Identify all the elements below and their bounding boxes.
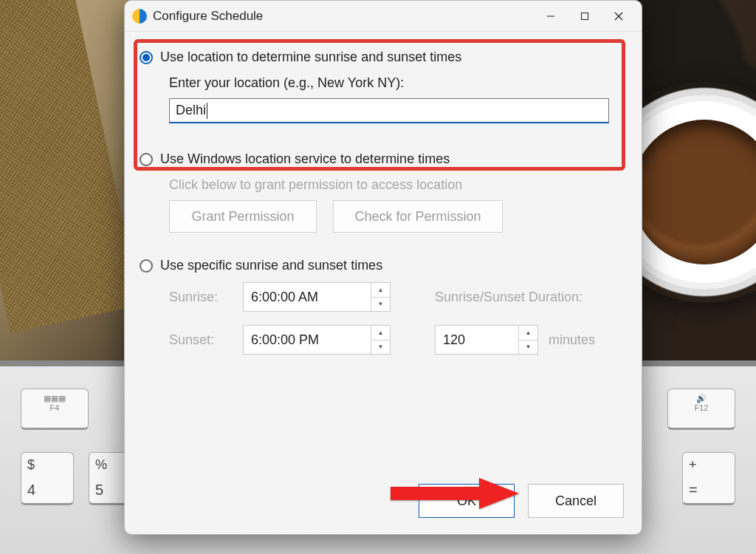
text-caret xyxy=(207,103,207,119)
location-input-value: Delhi xyxy=(176,103,206,118)
duration-label: Sunrise/Sunset Duration: xyxy=(435,290,612,305)
minimize-button[interactable] xyxy=(534,1,568,31)
titlebar[interactable]: Configure Schedule xyxy=(125,1,642,32)
close-button[interactable] xyxy=(602,1,636,31)
location-prompt: Enter your location (e.g., New York NY): xyxy=(169,75,619,91)
location-input[interactable]: Delhi xyxy=(169,98,609,123)
chevron-up-icon[interactable]: ▲ xyxy=(519,326,537,341)
chevron-down-icon[interactable]: ▼ xyxy=(371,298,390,312)
radio-use-location[interactable] xyxy=(140,51,153,64)
maximize-button[interactable] xyxy=(568,1,602,31)
app-icon xyxy=(132,9,147,24)
option-use-location-label: Use location to determine sunrise and su… xyxy=(160,49,461,65)
chevron-down-icon[interactable]: ▼ xyxy=(519,341,537,355)
sunset-spinner[interactable]: ▲▼ xyxy=(371,326,390,354)
radio-specific-times[interactable] xyxy=(140,259,153,273)
key-f4: ▦▦▦ F4 xyxy=(21,389,89,430)
key-equals: + = xyxy=(682,452,735,505)
sunrise-label: Sunrise: xyxy=(169,290,243,305)
sunset-time-input[interactable]: 6:00:00 PM ▲▼ xyxy=(243,325,391,355)
option-use-location: Use location to determine sunrise and su… xyxy=(140,44,625,131)
sunrise-spinner[interactable]: ▲▼ xyxy=(371,283,390,311)
sunrise-time-input[interactable]: 6:00:00 AM ▲▼ xyxy=(243,282,391,312)
sunset-label: Sunset: xyxy=(169,332,243,348)
option-windows-location-label: Use Windows location service to determin… xyxy=(160,151,450,167)
duration-spinner[interactable]: ▲▼ xyxy=(518,326,537,354)
duration-value: 120 xyxy=(436,332,518,348)
configure-schedule-dialog: Configure Schedule Use location to deter… xyxy=(124,0,642,535)
chevron-down-icon[interactable]: ▼ xyxy=(371,341,390,355)
key-4: $ 4 xyxy=(21,452,74,505)
duration-input[interactable]: 120 ▲▼ xyxy=(435,325,538,355)
option-specific-times: Use specific sunrise and sunset times Su… xyxy=(140,258,625,355)
chevron-up-icon[interactable]: ▲ xyxy=(371,326,390,341)
cancel-button[interactable]: Cancel xyxy=(528,484,624,518)
chevron-up-icon[interactable]: ▲ xyxy=(371,283,390,298)
sunrise-time-value: 6:00:00 AM xyxy=(244,290,371,305)
duration-unit: minutes xyxy=(549,332,595,348)
option-windows-location: Use Windows location service to determin… xyxy=(140,151,625,240)
sunset-time-value: 6:00:00 PM xyxy=(244,332,371,348)
check-permission-button[interactable]: Check for Permission xyxy=(333,200,503,233)
dialog-footer: OK Cancel xyxy=(419,484,624,518)
ok-button[interactable]: OK xyxy=(419,484,515,518)
svg-rect-1 xyxy=(582,13,588,19)
grant-permission-button[interactable]: Grant Permission xyxy=(169,200,317,233)
grant-permission-hint: Click below to grant permission to acces… xyxy=(169,177,619,193)
window-title: Configure Schedule xyxy=(153,9,263,24)
radio-windows-location[interactable] xyxy=(140,153,153,166)
option-specific-times-label: Use specific sunrise and sunset times xyxy=(160,258,382,273)
key-f12: 🔊 F12 xyxy=(667,389,735,430)
